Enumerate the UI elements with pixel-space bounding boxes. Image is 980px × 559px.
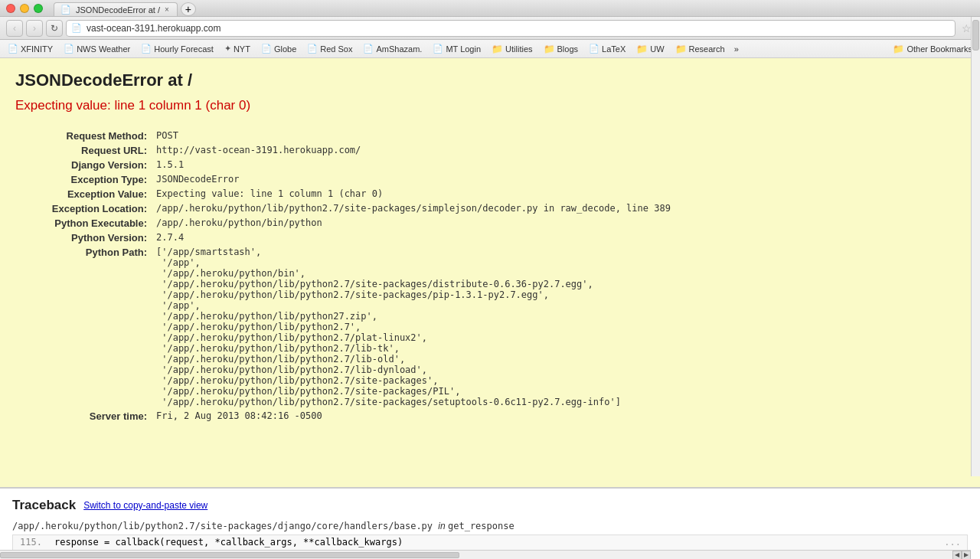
field-label: Python Executable: (15, 216, 153, 230)
table-row: Exception Location: /app/.heroku/python/… (15, 201, 965, 216)
horizontal-scrollbar[interactable]: ◀ ▶ (0, 550, 971, 559)
maximize-button[interactable] (34, 4, 43, 13)
main-content: JSONDecodeError at / Expecting value: li… (0, 58, 980, 487)
sidebar-item-xfinity[interactable]: 📄 XFINITY (3, 42, 57, 55)
table-row: Exception Value: Expecting value: line 1… (15, 187, 965, 201)
field-value: POST (153, 129, 965, 143)
folder-icon: 📁 (675, 44, 687, 54)
bookmark-label: UW (650, 44, 664, 54)
more-bookmarks-button[interactable]: » (731, 43, 742, 55)
close-button[interactable] (6, 4, 15, 13)
bookmark-label: Blogs (557, 44, 579, 54)
sidebar-item-research[interactable]: 📁 Research (671, 42, 730, 56)
traceback-file1-path: /app/.heroku/python/lib/python2.7/site-p… (12, 521, 968, 531)
folder-icon: 📁 (636, 44, 648, 54)
minimize-button[interactable] (20, 4, 29, 13)
nyt-icon: ✦ (224, 44, 231, 54)
field-label: Python Version: (15, 230, 153, 245)
field-label: Request Method: (15, 129, 153, 143)
scroll-right-button[interactable]: ▶ (962, 551, 971, 560)
table-row: Exception Type: JSONDecodeError (15, 172, 965, 187)
table-row: Server time: Fri, 2 Aug 2013 08:42:16 -0… (15, 409, 965, 423)
back-button[interactable]: ‹ (6, 20, 23, 37)
address-bar[interactable]: 📄 vast-ocean-3191.herokuapp.com (66, 20, 956, 37)
tab-close-button[interactable]: × (165, 5, 169, 14)
bookmark-label: AmShazam. (376, 44, 422, 54)
bookmark-label: Hourly Forecast (154, 44, 214, 54)
field-label: Exception Location: (15, 201, 153, 216)
sidebar-item-utilities[interactable]: 📁 Utilities (487, 42, 537, 56)
line-number: 115. (19, 537, 42, 548)
forward-icon: › (33, 23, 36, 34)
scroll-left-button[interactable]: ◀ (952, 551, 962, 560)
sidebar-item-mt-login[interactable]: 📄 MT Login (428, 42, 485, 55)
bookmark-label: Red Sox (320, 44, 352, 54)
tab-title: JSONDecodeError at / (76, 5, 160, 15)
field-value: 1.5.1 (153, 158, 965, 172)
in-keyword: in (438, 521, 448, 531)
field-value: /app/.heroku/python/bin/python (153, 216, 965, 230)
sidebar-item-amshazam[interactable]: 📄 AmShazam. (358, 42, 426, 55)
field-value: Expecting value: line 1 column 1 (char 0… (153, 187, 965, 201)
refresh-button[interactable]: ↻ (46, 20, 63, 37)
bookmarks-bar: 📄 XFINITY 📄 NWS Weather 📄 Hourly Forecas… (0, 40, 980, 58)
other-bookmarks-label: Other Bookmarks (906, 44, 972, 54)
bookmark-label: MT Login (446, 44, 481, 54)
page-icon: 📄 (433, 44, 443, 54)
field-value: ['/app/smartstash', '/app', '/app/.herok… (153, 245, 965, 409)
scrollbar-thumb[interactable] (972, 20, 979, 51)
sidebar-item-blogs[interactable]: 📁 Blogs (539, 42, 583, 56)
sidebar-item-nyt[interactable]: ✦ NYT (220, 42, 255, 55)
bookmark-label: Globe (274, 44, 296, 54)
new-tab-button[interactable]: + (181, 2, 196, 16)
sidebar-item-red-sox[interactable]: 📄 Red Sox (302, 42, 357, 55)
field-label: Server time: (15, 409, 153, 423)
folder-icon: 📁 (893, 44, 904, 54)
page-icon: 📄 (261, 44, 272, 54)
bookmark-label: Research (689, 44, 725, 54)
scrollbar-h-track (0, 552, 952, 558)
table-row: Python Executable: /app/.heroku/python/b… (15, 216, 965, 230)
sidebar-item-hourly-forecast[interactable]: 📄 Hourly Forecast (136, 42, 218, 55)
field-label: Django Version: (15, 158, 153, 172)
folder-icon: 📁 (492, 44, 503, 54)
field-value: http://vast-ocean-3191.herokuapp.com/ (153, 143, 965, 158)
bookmark-label: Utilities (505, 44, 532, 54)
sidebar-item-nws-weather[interactable]: 📄 NWS Weather (59, 42, 135, 55)
active-tab[interactable]: 📄 JSONDecodeError at / × (54, 2, 178, 16)
forward-button[interactable]: › (26, 20, 43, 37)
error-title: JSONDecodeError at / (15, 70, 965, 90)
traceback-header: Traceback Switch to copy-and-paste view (12, 498, 968, 513)
sidebar-item-globe[interactable]: 📄 Globe (256, 42, 301, 55)
sidebar-item-latex[interactable]: 📄 LaTeX (584, 42, 630, 55)
other-bookmarks-button[interactable]: 📁 Other Bookmarks (888, 42, 977, 56)
bookmark-label: XFINITY (21, 44, 53, 54)
table-row: Request Method: POST (15, 129, 965, 143)
vertical-scrollbar[interactable] (971, 17, 980, 476)
table-row: Python Version: 2.7.4 (15, 230, 965, 245)
bookmark-label: NYT (234, 44, 250, 54)
error-subtitle: Expecting value: line 1 column 1 (char 0… (15, 98, 965, 113)
bookmark-label: NWS Weather (77, 44, 130, 54)
traceback-title: Traceback (12, 498, 76, 513)
star-icon: ☆ (962, 22, 972, 34)
switch-to-copy-paste-link[interactable]: Switch to copy-and-paste view (83, 500, 207, 511)
folder-icon: 📁 (544, 44, 555, 54)
page-icon: 📄 (363, 44, 374, 54)
scrollbar-h-arrows: ◀ ▶ (952, 551, 971, 560)
code-text: response = callback(request, *callback_a… (54, 537, 403, 548)
page-icon: 📄 (64, 44, 74, 54)
table-row: Request URL: http://vast-ocean-3191.hero… (15, 143, 965, 158)
function-name: get_response (448, 521, 514, 531)
page-icon: 📄 (71, 23, 82, 33)
bookmark-label: LaTeX (602, 44, 626, 54)
page-icon: 📄 (141, 44, 152, 54)
title-bar: 📄 JSONDecodeError at / × + (0, 0, 980, 17)
field-label: Request URL: (15, 143, 153, 158)
scrollbar-h-thumb[interactable] (0, 552, 459, 558)
sidebar-item-uw[interactable]: 📁 UW (632, 42, 668, 56)
field-value: /app/.heroku/python/lib/python2.7/site-p… (153, 201, 965, 216)
field-label: Exception Type: (15, 172, 153, 187)
field-value: 2.7.4 (153, 230, 965, 245)
table-row: Django Version: 1.5.1 (15, 158, 965, 172)
